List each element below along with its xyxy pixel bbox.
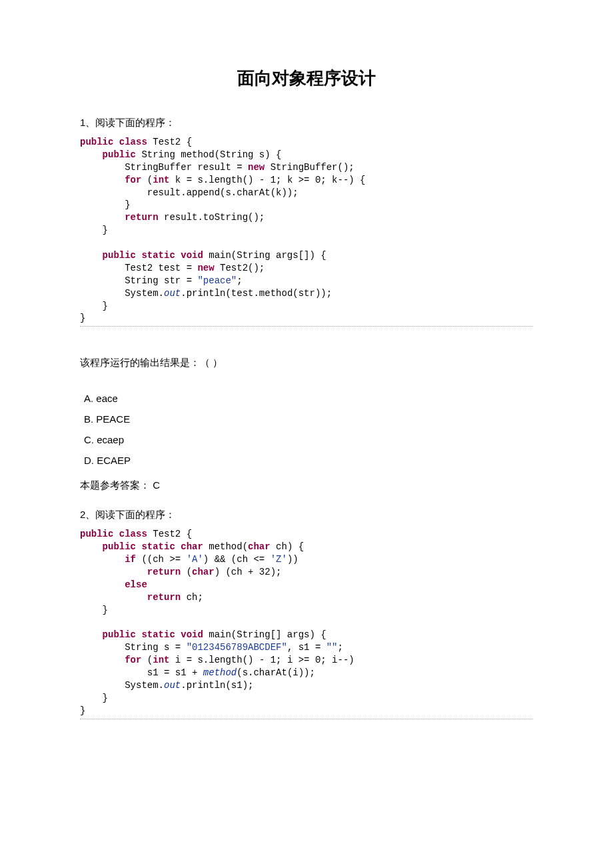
q1-options: A. eace B. PEACE C. ecaep D. ECAEP	[84, 393, 533, 466]
code-text: ch) {	[271, 541, 304, 552]
code-text: StringBuffer result =	[80, 162, 248, 173]
code-text: ;	[338, 642, 343, 653]
code-text: main(String[] args) {	[203, 629, 326, 640]
code-text: result.toString();	[159, 212, 265, 223]
code-text: for	[80, 655, 141, 665]
code-text: }	[80, 225, 108, 235]
code-text: Test2 {	[147, 529, 192, 539]
code-text: public static char	[80, 541, 203, 552]
code-text: return	[80, 592, 181, 603]
code-text: new	[248, 162, 265, 173]
code-text: out	[164, 288, 181, 299]
code-text: ))	[287, 554, 299, 565]
q1-option-b: B. PEACE	[84, 413, 533, 425]
code-text: public class	[80, 137, 147, 147]
code-text: Test2 {	[147, 137, 192, 147]
code-text: 'A'	[187, 554, 203, 565]
code-text: method	[203, 667, 237, 678]
code-text: .println(test.method(str));	[181, 288, 332, 299]
code-text: int	[153, 655, 169, 665]
q1-code-block: public class Test2 { public String metho…	[80, 136, 533, 327]
code-text: public	[80, 149, 136, 160]
code-text: out	[164, 680, 181, 691]
code-text: }	[80, 313, 85, 323]
page-title: 面向对象程序设计	[80, 67, 533, 90]
code-text: ) (ch + 32);	[215, 567, 282, 577]
code-text: result.append(s.charAt(k));	[80, 187, 299, 198]
code-text: (	[141, 655, 153, 665]
code-text: public static void	[80, 250, 203, 261]
code-text: main(String args[]) {	[203, 250, 326, 261]
code-text: System.	[80, 288, 164, 299]
code-text: }	[80, 199, 131, 210]
code-text: ;	[237, 275, 242, 286]
code-text: ch;	[181, 592, 203, 603]
q1-option-a: A. eace	[84, 393, 533, 404]
q1-option-c: C. ecaep	[84, 434, 533, 445]
code-text: else	[80, 579, 147, 590]
code-text: (	[141, 175, 153, 185]
code-text: }	[80, 301, 108, 311]
code-text: }	[80, 705, 85, 716]
code-text: System.	[80, 680, 164, 691]
code-text: String s =	[80, 642, 187, 653]
code-text: Test2 test =	[80, 263, 197, 273]
code-text: return	[80, 567, 181, 577]
q2-prompt: 2、阅读下面的程序：	[80, 509, 533, 521]
code-text: char	[192, 567, 215, 577]
code-text: .println(s1);	[181, 680, 253, 691]
code-text: return	[80, 212, 159, 223]
code-text: new	[197, 263, 214, 273]
code-text: , s1 =	[287, 642, 326, 653]
code-text: ((ch >=	[136, 554, 187, 565]
code-text: "peace"	[197, 275, 237, 286]
code-text: }	[80, 605, 108, 615]
q1-option-d: D. ECAEP	[84, 455, 533, 466]
code-text: char	[248, 541, 271, 552]
code-text: s1 = s1 +	[80, 667, 203, 678]
code-text: "0123456789ABCDEF"	[187, 642, 287, 653]
code-text: int	[153, 175, 169, 185]
code-text: String str =	[80, 275, 197, 286]
code-text: (s.charAt(i));	[237, 667, 315, 678]
code-text: Test2();	[215, 263, 265, 273]
q1-prompt: 1、阅读下面的程序：	[80, 117, 533, 129]
q2-code-block: public class Test2 { public static char …	[80, 528, 533, 719]
code-text: public class	[80, 529, 147, 539]
code-text: String method(String s) {	[136, 149, 281, 160]
code-text: for	[80, 175, 141, 185]
q1-answer: 本题参考答案： C	[80, 479, 533, 492]
q1-question: 该程序运行的输出结果是：（ ）	[80, 357, 533, 369]
code-text: }	[80, 693, 108, 703]
code-text: public static void	[80, 629, 203, 640]
code-text: method(	[203, 541, 248, 552]
code-text: if	[80, 554, 136, 565]
code-text: k = s.length() - 1; k >= 0; k--) {	[169, 175, 365, 185]
code-text: ""	[326, 642, 338, 653]
code-text: 'Z'	[271, 554, 287, 565]
code-text: i = s.length() - 1; i >= 0; i--)	[169, 655, 354, 665]
code-text: ) && (ch <=	[203, 554, 271, 565]
code-text: (	[181, 567, 192, 577]
code-text: StringBuffer();	[265, 162, 354, 173]
